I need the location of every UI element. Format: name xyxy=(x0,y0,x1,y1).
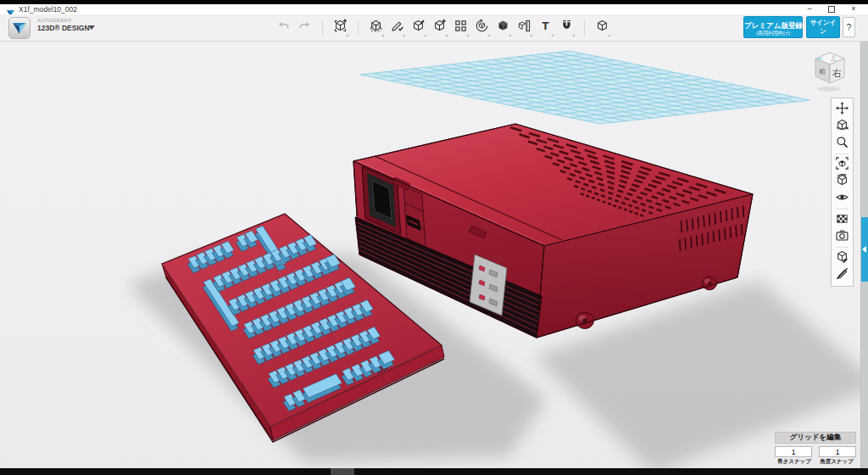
length-snap-label: 長さスナップ xyxy=(775,458,814,466)
grid-settings-panel: グリッドを編集 長さスナップ 角度スナップ xyxy=(775,432,856,466)
orbit-button[interactable] xyxy=(833,118,851,135)
modify-button[interactable] xyxy=(431,20,448,36)
snap-icon xyxy=(559,19,574,36)
visibility-button[interactable] xyxy=(833,190,851,207)
grouping-button[interactable] xyxy=(474,20,490,36)
snap-button[interactable] xyxy=(559,20,575,36)
visibility-icon xyxy=(835,190,849,208)
toolbar-separator xyxy=(584,20,585,36)
arrow-left-icon xyxy=(862,246,866,253)
redo-icon xyxy=(298,19,312,36)
viewport[interactable]: 上 前 右 グリッドを編集 長さスナップ 角度スナップ xyxy=(0,42,868,468)
text-icon: T xyxy=(538,19,553,36)
toolbar-separator xyxy=(836,209,849,210)
sketch-vis-icon xyxy=(835,266,849,284)
insert-primitive-button[interactable] xyxy=(332,20,348,36)
length-snap-input[interactable] xyxy=(775,446,812,457)
taskbar-strip xyxy=(0,468,868,475)
look-at-icon xyxy=(835,173,849,191)
snapshot-icon xyxy=(835,228,849,246)
close-button[interactable]: × xyxy=(843,4,865,14)
pan-icon xyxy=(835,101,849,119)
view-button[interactable] xyxy=(594,20,610,36)
view-icon xyxy=(595,19,609,36)
toolbar-separator xyxy=(836,247,849,248)
redo-button[interactable] xyxy=(297,20,313,36)
import-icon xyxy=(333,19,348,36)
fit-button[interactable] xyxy=(833,156,851,173)
angle-snap-input[interactable] xyxy=(819,446,856,457)
view-cube-top-label: 上 xyxy=(831,55,837,61)
toggle-shaded-button[interactable] xyxy=(833,249,851,266)
brand: AUTODESK® 123D® DESIGN xyxy=(37,18,90,32)
zoom-button[interactable] xyxy=(833,135,851,152)
help-button[interactable]: ? xyxy=(843,17,855,37)
brand-autodesk: AUTODESK® xyxy=(37,18,90,23)
toolbar-separator xyxy=(836,154,849,154)
look-at-button[interactable] xyxy=(833,173,851,190)
view-cube-front-label: 前 xyxy=(819,68,826,75)
shaded-icon xyxy=(835,249,849,267)
taskbar-app-segment xyxy=(331,468,354,475)
snapshot-button[interactable] xyxy=(833,228,851,245)
chevron-down-icon[interactable] xyxy=(88,25,95,30)
view-cube-right-label: 右 xyxy=(832,68,842,78)
grid-edit-button[interactable]: グリッドを編集 xyxy=(775,432,856,444)
text-button[interactable]: T xyxy=(537,20,554,36)
grouping-icon xyxy=(475,19,489,36)
construct-icon xyxy=(411,19,426,36)
sign-in-button[interactable]: サインイン xyxy=(806,16,840,38)
combine-button[interactable] xyxy=(495,20,511,36)
main-toolbar: AUTODESK® 123D® DESIGN T プレミアム版登録 (商用利用向… xyxy=(0,14,868,42)
zoom-icon xyxy=(835,135,849,153)
angle-snap-label: 角度スナップ xyxy=(817,458,856,466)
panel-collapse-tab[interactable] xyxy=(861,217,868,282)
measure-button[interactable] xyxy=(516,20,532,36)
maximize-button[interactable] xyxy=(821,4,843,14)
premium-sublabel: (商用利用向け) xyxy=(744,31,802,36)
window-controls: – × xyxy=(798,4,865,14)
restore-icon xyxy=(828,6,835,13)
combine-icon xyxy=(496,19,510,36)
sketch-button[interactable] xyxy=(389,20,405,36)
document-title: X1f_model10_002 xyxy=(19,5,77,14)
premium-register-button[interactable]: プレミアム版登録 (商用利用向け) xyxy=(743,16,803,38)
pattern-icon xyxy=(453,19,468,36)
material-button[interactable] xyxy=(833,211,851,228)
transform-icon xyxy=(369,19,383,36)
undo-icon xyxy=(276,19,291,36)
tool-strip: T xyxy=(275,17,610,38)
toggle-sketch-visibility-button[interactable] xyxy=(833,266,851,283)
view-cube[interactable]: 上 前 右 xyxy=(810,50,849,94)
construct-button[interactable] xyxy=(410,20,426,36)
brand-product: 123D® DESIGN xyxy=(37,25,90,32)
modify-icon xyxy=(432,19,447,36)
toolbar-separator xyxy=(358,20,359,36)
svg-text:T: T xyxy=(542,20,549,32)
fit-icon xyxy=(835,156,849,174)
premium-label: プレミアム版登録 xyxy=(744,20,802,31)
material-icon xyxy=(835,211,849,229)
transform-button[interactable] xyxy=(368,20,384,36)
pan-button[interactable] xyxy=(833,101,851,118)
measure-icon xyxy=(517,19,531,36)
scene-3d[interactable] xyxy=(0,42,868,468)
navigation-toolbar xyxy=(831,98,854,287)
orbit-icon xyxy=(835,118,849,136)
app-menu-logo[interactable] xyxy=(8,17,31,39)
toolbar-separator xyxy=(322,20,323,36)
minimize-button[interactable]: – xyxy=(798,4,821,14)
pattern-button[interactable] xyxy=(453,20,469,36)
view-cube-shadow xyxy=(817,87,841,92)
sketch-icon xyxy=(390,19,404,36)
undo-button[interactable] xyxy=(275,20,292,36)
app-window: X1f_model10_002 – × AUTODESK® 123D® DESI… xyxy=(0,0,868,475)
